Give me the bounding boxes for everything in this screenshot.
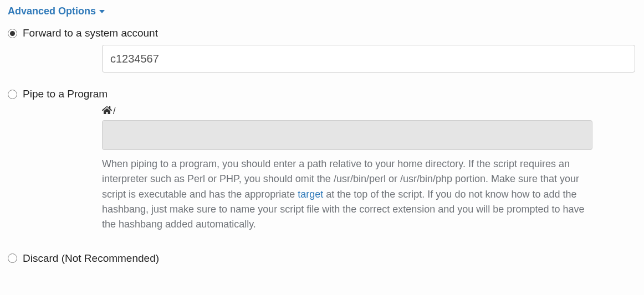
- advanced-options-toggle[interactable]: Advanced Options: [8, 6, 105, 17]
- path-slash: /: [113, 106, 115, 116]
- pipe-help-text: When piping to a program, you should ent…: [102, 157, 598, 232]
- pipe-input-container: / When piping to a program, you should e…: [102, 106, 636, 232]
- radio-discard[interactable]: [8, 253, 17, 263]
- option-pipe-label[interactable]: Pipe to a Program: [23, 88, 108, 100]
- option-forward-row: Forward to a system account: [8, 27, 636, 39]
- path-prefix: /: [102, 106, 636, 117]
- pipe-path-input: [102, 120, 592, 150]
- option-discard-label[interactable]: Discard (Not Recommended): [23, 252, 159, 265]
- caret-down-icon: [99, 10, 105, 13]
- target-link[interactable]: target: [298, 189, 323, 200]
- option-discard-row: Discard (Not Recommended): [8, 252, 636, 265]
- forward-input-container: [102, 45, 636, 73]
- option-forward-label[interactable]: Forward to a system account: [23, 27, 158, 39]
- radio-forward[interactable]: [8, 29, 17, 38]
- option-pipe-row: Pipe to a Program: [8, 88, 636, 100]
- home-icon: [102, 106, 112, 117]
- forward-account-input[interactable]: [102, 45, 635, 73]
- advanced-options-label: Advanced Options: [8, 6, 96, 17]
- radio-pipe[interactable]: [8, 90, 17, 99]
